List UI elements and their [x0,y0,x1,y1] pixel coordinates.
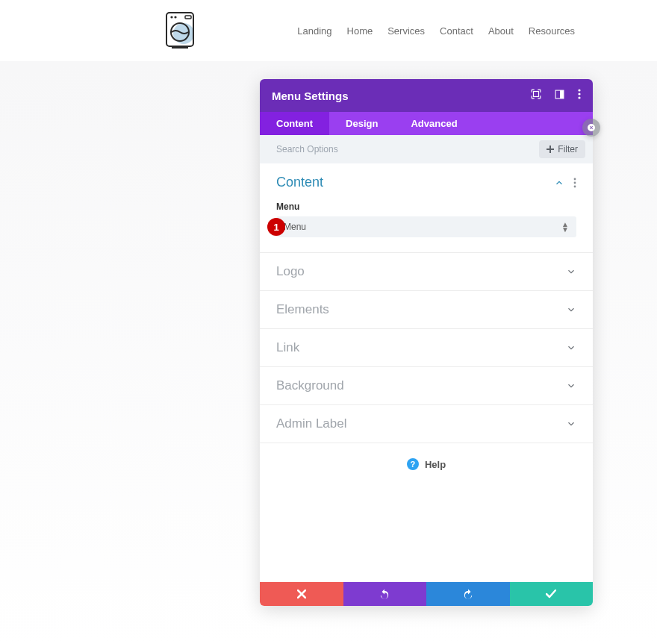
menu-field-label: Menu [276,201,576,212]
section-link: Link [260,329,593,367]
section-logo: Logo [260,253,593,291]
svg-point-2 [170,16,172,18]
redo-icon [463,589,473,599]
chevron-down-icon [566,343,576,353]
svg-rect-6 [534,92,539,97]
search-options-input[interactable]: Search Options [276,144,539,154]
undo-button[interactable] [343,582,427,606]
nav-item-home[interactable]: Home [347,25,373,37]
nav-item-contact[interactable]: Contact [440,25,473,37]
section-link-header[interactable]: Link [260,329,593,366]
nav-item-about[interactable]: About [488,25,514,37]
section-admin-label-title: Admin Label [276,416,566,431]
step-badge-1: 1 [267,218,285,236]
tab-content[interactable]: Content [260,112,329,135]
filter-button[interactable]: Filter [539,140,585,158]
section-admin-label-header[interactable]: Admin Label [260,405,593,443]
svg-point-3 [174,16,176,18]
nav-item-resources[interactable]: Resources [529,25,575,37]
section-elements: Elements [260,291,593,329]
chevron-down-icon [566,304,576,315]
section-logo-title: Logo [276,264,566,279]
kebab-icon[interactable] [573,178,576,188]
section-elements-title: Elements [276,302,566,317]
svg-rect-8 [560,90,564,99]
site-top-bar: Landing Home Services Contact About Reso… [0,0,657,61]
snap-panel-icon[interactable] [555,89,564,102]
menu-select[interactable]: 1 Menu ▲▼ [276,216,576,237]
help-icon: ? [407,458,419,470]
section-content: Content Menu 1 Menu ▲▼ [260,163,593,253]
section-content-body: Menu 1 Menu ▲▼ [260,201,593,252]
modal-tabs: Content Design Advanced [260,112,593,135]
modal-header[interactable]: Menu Settings [260,79,593,112]
main-nav: Landing Home Services Contact About Reso… [297,25,575,37]
section-background-title: Background [276,378,566,393]
menu-settings-modal: Menu Settings Content Design Advanced Se… [260,79,593,606]
section-logo-header[interactable]: Logo [260,253,593,290]
filter-button-label: Filter [558,144,578,154]
chevron-down-icon [566,266,576,277]
expand-icon[interactable] [531,89,541,102]
section-content-header[interactable]: Content [260,163,593,201]
svg-rect-4 [185,16,191,19]
page-background: Menu Settings Content Design Advanced Se… [0,61,657,644]
help-row[interactable]: ? Help [260,443,593,582]
svg-point-12 [574,178,576,180]
section-link-title: Link [276,340,566,355]
close-icon [587,123,596,132]
undo-icon [379,589,390,599]
chevron-up-icon [554,178,564,188]
modal-title: Menu Settings [272,90,531,102]
help-label: Help [425,459,446,470]
plus-icon [547,146,554,153]
section-admin-label: Admin Label [260,405,593,443]
check-icon [546,590,556,598]
svg-point-11 [578,96,580,99]
section-content-title: Content [276,175,554,190]
modal-footer [260,582,593,606]
svg-point-10 [578,93,580,95]
section-elements-header[interactable]: Elements [260,291,593,328]
svg-point-9 [578,89,580,91]
select-arrows-icon: ▲▼ [561,222,569,232]
cancel-button[interactable] [260,582,343,606]
redo-button[interactable] [426,582,510,606]
site-logo[interactable] [164,11,197,53]
search-row: Search Options Filter [260,135,593,163]
confirm-button[interactable] [510,582,594,606]
menu-select-value: Menu [284,222,306,232]
chevron-down-icon [566,381,576,391]
chevron-down-icon [566,419,576,429]
nav-item-services[interactable]: Services [387,25,425,37]
svg-point-13 [574,181,576,184]
close-bubble-button[interactable] [582,119,600,137]
nav-item-landing[interactable]: Landing [297,25,331,37]
section-background: Background [260,367,593,405]
svg-point-14 [574,185,576,187]
close-icon [297,590,306,598]
kebab-menu-icon[interactable] [578,89,581,102]
section-background-header[interactable]: Background [260,367,593,404]
tab-design[interactable]: Design [329,112,394,135]
tab-advanced[interactable]: Advanced [394,112,473,135]
